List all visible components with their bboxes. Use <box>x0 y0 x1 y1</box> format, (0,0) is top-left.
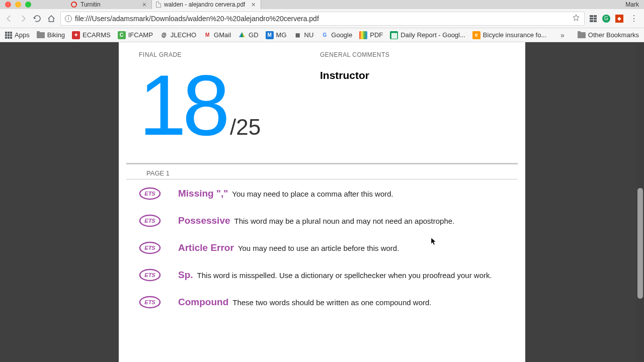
bookmark-item[interactable]: ▦NU <box>294 31 314 39</box>
feedback-title: Compound <box>178 297 228 308</box>
bookmark-star-icon[interactable] <box>572 14 580 23</box>
ets-badge-icon: ETS <box>139 295 161 309</box>
other-bookmarks-button[interactable]: Other Bookmarks <box>578 31 639 39</box>
feedback-title: Article Error <box>178 242 234 253</box>
minimize-window-icon[interactable] <box>15 2 21 8</box>
general-comments-label: GENERAL COMMENTS <box>320 51 505 58</box>
site-info-icon[interactable]: i <box>65 15 72 22</box>
tab-pdf[interactable]: walden - alejandro cervera.pdf × <box>152 0 261 9</box>
bookmark-item[interactable]: @JLECHO <box>160 31 196 39</box>
grade-display: 18 /25 <box>139 62 320 148</box>
bookmark-label: GD <box>249 31 259 39</box>
tab-close-icon[interactable]: × <box>248 1 255 9</box>
browser-tabstrip: Turnitin × walden - alejandro cervera.pd… <box>0 0 644 9</box>
pdf-viewport: FINAL GRADE 18 /25 GENERAL COMMENTS Inst… <box>0 42 644 362</box>
bookmark-favicon-icon: M <box>203 31 211 39</box>
tabs-container: Turnitin × walden - alejandro cervera.pd… <box>66 0 261 9</box>
apps-button[interactable]: Apps <box>5 31 30 39</box>
bookmark-item[interactable]: PDF <box>359 31 383 39</box>
ets-badge-icon: ETS <box>139 268 161 282</box>
feedback-desc: You may need to place a comma after this… <box>232 190 393 198</box>
bookmark-favicon-icon: e <box>472 31 480 39</box>
feedback-desc: This word may be a plural noun and may n… <box>234 217 455 225</box>
window-controls <box>0 2 66 8</box>
instructor-heading: Instructor <box>320 69 505 81</box>
page-number-label: PAGE 1 <box>139 164 505 179</box>
bookmark-label: Biking <box>47 31 65 39</box>
ets-badge-icon: ETS <box>139 214 161 228</box>
browser-toolbar: i file:///Users/adamsmark/Downloads/wald… <box>0 9 644 28</box>
bookmark-label: MG <box>276 31 287 39</box>
home-button[interactable] <box>46 14 56 24</box>
svg-text:ETS: ETS <box>144 245 155 251</box>
bookmark-label: Bicycle insurance fo... <box>483 31 546 39</box>
svg-text:ETS: ETS <box>144 299 155 305</box>
back-button[interactable] <box>4 14 14 24</box>
bookmark-favicon-icon: M <box>266 31 274 39</box>
bookmark-item[interactable]: ▦Daily Report - Googl... <box>390 31 465 39</box>
bookmark-label: JLECHO <box>171 31 196 39</box>
apps-icon <box>5 32 12 39</box>
tab-close-icon[interactable]: × <box>139 1 146 9</box>
bookmark-favicon-icon: @ <box>160 31 168 39</box>
file-favicon-icon <box>156 2 161 8</box>
bookmark-item[interactable]: MGMail <box>203 31 231 39</box>
ets-badge-icon: ETS <box>139 187 161 201</box>
bookmark-favicon-icon: ✦ <box>72 31 80 39</box>
bookmark-favicon-icon <box>359 31 367 39</box>
tab-label: walden - alejandro cervera.pdf <box>164 1 245 8</box>
bookmark-favicon-icon: G <box>320 31 329 39</box>
turnitin-favicon-icon <box>70 1 77 8</box>
bookmark-label: GMail <box>214 31 231 39</box>
extension-panel-icon[interactable] <box>589 14 598 23</box>
bookmark-item[interactable]: Biking <box>37 31 65 39</box>
bookmark-item[interactable]: GGoogle <box>320 31 352 39</box>
bookmark-item[interactable]: eBicycle insurance fo... <box>472 31 546 39</box>
feedback-desc: You may need to use an article before th… <box>238 244 399 252</box>
extension-grammarly-icon[interactable]: G <box>602 14 611 23</box>
pdf-page: FINAL GRADE 18 /25 GENERAL COMMENTS Inst… <box>119 42 525 362</box>
bookmark-item[interactable]: ✦ECARMS <box>72 31 111 39</box>
chrome-menu-icon[interactable]: ⋮ <box>628 14 640 23</box>
bookmark-label: IFCAMP <box>128 31 153 39</box>
forward-button[interactable] <box>18 14 28 24</box>
feedback-title: Missing "," <box>178 188 228 199</box>
feedback-desc: This word is misspelled. Use a dictionar… <box>197 271 492 280</box>
close-window-icon[interactable] <box>5 2 11 8</box>
feedback-desc: These two words should be written as one… <box>232 298 431 307</box>
reload-button[interactable] <box>32 14 42 24</box>
bookmarks-overflow-icon[interactable]: » <box>560 31 565 39</box>
vertical-scrollbar[interactable] <box>636 42 644 362</box>
bookmark-favicon-icon: ▦ <box>294 31 302 39</box>
feedback-item: ETS PossessiveThis word may be a plural … <box>139 214 505 228</box>
feedback-item: ETS CompoundThese two words should be wr… <box>139 295 505 309</box>
svg-text:ETS: ETS <box>144 272 155 278</box>
feedback-item: ETS Article ErrorYou may need to use an … <box>139 241 505 255</box>
feedback-title: Sp. <box>178 269 193 281</box>
bookmark-item[interactable]: CIFCAMP <box>118 31 153 39</box>
tab-turnitin[interactable]: Turnitin × <box>66 0 152 9</box>
bookmark-item[interactable]: MMG <box>266 31 287 39</box>
grade-total: /25 <box>230 115 261 140</box>
maximize-window-icon[interactable] <box>25 2 31 8</box>
bookmark-label: ECARMS <box>83 31 111 39</box>
other-bookmarks-label: Other Bookmarks <box>588 31 639 39</box>
profile-name[interactable]: Mark <box>625 1 639 8</box>
extension-office-icon[interactable]: ◆ <box>615 14 624 23</box>
section-divider <box>126 179 518 179</box>
bookmark-label: NU <box>304 31 314 39</box>
url-text: file:///Users/adamsmark/Downloads/walden… <box>75 15 569 23</box>
apps-label: Apps <box>15 31 30 39</box>
scrollbar-thumb[interactable] <box>637 188 643 299</box>
feedback-item: ETS Sp.This word is misspelled. Use a di… <box>139 268 505 282</box>
folder-icon <box>37 32 45 38</box>
bookmark-label: Daily Report - Googl... <box>400 31 465 39</box>
bookmark-label: PDF <box>370 31 383 39</box>
folder-icon <box>578 32 586 38</box>
bookmark-item[interactable]: GD <box>238 31 259 39</box>
svg-text:ETS: ETS <box>144 218 155 224</box>
bookmark-favicon-icon <box>238 31 246 39</box>
feedback-list: ETS Missing ","You may need to place a c… <box>139 187 505 309</box>
ets-badge-icon: ETS <box>139 241 161 255</box>
address-bar[interactable]: i file:///Users/adamsmark/Downloads/wald… <box>60 12 585 26</box>
